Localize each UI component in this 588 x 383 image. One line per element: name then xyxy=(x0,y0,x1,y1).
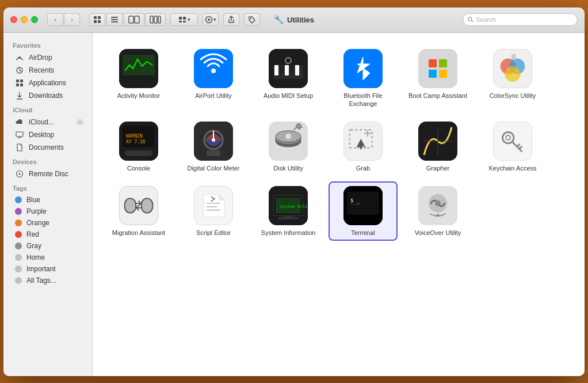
sidebar-item-downloads[interactable]: Downloads xyxy=(6,89,90,102)
app-keychain-access[interactable]: Keychain Access xyxy=(478,117,547,176)
script-editor-label: Script Editor xyxy=(196,229,231,237)
svg-rect-42 xyxy=(274,65,278,75)
list-view-button[interactable] xyxy=(106,13,123,26)
sidebar-item-blue[interactable]: Blue xyxy=(6,194,90,206)
svg-point-108 xyxy=(437,214,439,216)
svg-rect-4 xyxy=(111,17,118,18)
app-digital-color-meter[interactable]: Digital Color Meter xyxy=(179,117,248,176)
app-migration-assistant[interactable]: Migration Assistant xyxy=(104,181,173,240)
sidebar-item-label: Recents xyxy=(29,66,54,74)
svg-rect-14 xyxy=(179,21,182,22)
app-grab[interactable]: Grab xyxy=(329,117,398,176)
maximize-button[interactable] xyxy=(31,16,38,23)
search-bar[interactable]: Search xyxy=(463,13,578,26)
sidebar-item-gray[interactable]: Gray xyxy=(6,240,90,252)
app-voiceover-utility[interactable]: VoiceOver Utility xyxy=(403,181,472,240)
sidebar-item-label: All Tags... xyxy=(26,276,56,285)
svg-rect-50 xyxy=(429,59,437,67)
app-disk-utility[interactable]: Disk Utility xyxy=(254,117,323,176)
sidebar-item-documents[interactable]: Documents xyxy=(6,141,90,154)
svg-rect-25 xyxy=(16,84,19,86)
action-button[interactable]: ▾ xyxy=(203,13,219,26)
svg-rect-9 xyxy=(150,16,153,23)
app-airport-utility[interactable]: AirPort Utility xyxy=(179,44,248,112)
sidebar-item-label: Red xyxy=(26,230,39,238)
digital-color-meter-label: Digital Color Meter xyxy=(187,164,239,172)
forward-button[interactable]: › xyxy=(64,13,80,26)
bluetooth-icon xyxy=(343,49,383,88)
svg-rect-68 xyxy=(207,150,220,156)
sidebar-item-label: Documents xyxy=(29,143,64,151)
search-placeholder: Search xyxy=(476,16,496,23)
sidebar-item-airdrop[interactable]: AirDrop xyxy=(6,51,90,64)
activity-monitor-label: Activity Monitor xyxy=(117,92,161,100)
sidebar-item-orange[interactable]: Orange xyxy=(6,217,90,229)
svg-rect-2 xyxy=(94,20,97,23)
window-title: 🔧 Utilities xyxy=(274,15,314,24)
svg-rect-24 xyxy=(20,79,23,82)
svg-rect-31 xyxy=(16,132,23,136)
svg-rect-75 xyxy=(344,122,382,160)
home-tag-dot xyxy=(15,254,22,261)
share-button[interactable] xyxy=(223,13,239,26)
app-audio-midi-setup[interactable]: Audio MIDI Setup xyxy=(254,44,323,112)
svg-rect-49 xyxy=(418,49,457,88)
sidebar-item-label: Home xyxy=(26,253,45,261)
arrange-button[interactable]: ▾ xyxy=(170,13,198,26)
blue-tag-dot xyxy=(15,196,22,203)
svg-rect-8 xyxy=(135,16,139,23)
view-controls xyxy=(89,13,166,26)
svg-rect-15 xyxy=(183,21,186,22)
sidebar-item-recents[interactable]: Recents xyxy=(6,64,90,77)
svg-rect-100 xyxy=(282,216,294,217)
minimize-button[interactable] xyxy=(21,16,28,23)
desktop-icon xyxy=(15,130,24,139)
app-console[interactable]: WARNIN AY 7:36 Console xyxy=(104,117,173,176)
finder-window: ‹ › xyxy=(3,7,585,376)
svg-rect-99 xyxy=(278,217,299,219)
sidebar-item-applications[interactable]: Applications xyxy=(6,77,90,89)
column-view-button[interactable] xyxy=(124,13,144,26)
sidebar-item-all-tags[interactable]: All Tags... xyxy=(6,275,90,286)
app-bluetooth-file-exchange[interactable]: Bluetooth File Exchange xyxy=(329,44,398,112)
app-terminal[interactable]: $ _ Terminal xyxy=(329,181,398,240)
boot-camp-icon xyxy=(418,49,457,88)
colorsync-label: ColorSync Utility xyxy=(490,92,536,100)
icon-view-button[interactable] xyxy=(89,13,105,26)
app-boot-camp-assistant[interactable]: Boot Camp Assistant xyxy=(403,44,472,112)
svg-rect-52 xyxy=(429,70,437,78)
sidebar-item-purple[interactable]: Purple xyxy=(6,206,90,217)
app-activity-monitor[interactable]: Activity Monitor xyxy=(104,44,173,112)
sidebar-item-icloud[interactable]: iCloud... xyxy=(6,116,90,128)
all-tags-dot xyxy=(15,277,22,284)
sidebar-item-remote-disc[interactable]: Remote Disc xyxy=(6,168,90,180)
sidebar-item-label: Orange xyxy=(26,219,49,227)
icons-grid: Activity Monitor AirPort Utility xyxy=(104,44,573,241)
app-colorsync-utility[interactable]: ColorSync Utility xyxy=(478,44,547,112)
favorites-section-title: Favorites xyxy=(3,37,92,51)
app-system-information[interactable]: System Info System Information xyxy=(254,181,323,240)
svg-rect-12 xyxy=(179,17,182,20)
back-button[interactable]: ‹ xyxy=(47,13,63,26)
console-label: Console xyxy=(127,164,150,172)
svg-rect-6 xyxy=(111,21,118,22)
tag-button[interactable] xyxy=(244,13,260,26)
close-button[interactable] xyxy=(10,16,17,23)
svg-rect-53 xyxy=(439,70,447,78)
app-grapher[interactable]: Grapher xyxy=(403,117,472,176)
sidebar-item-desktop[interactable]: Desktop xyxy=(6,128,90,141)
sidebar-item-important[interactable]: Important xyxy=(6,263,90,275)
app-script-editor[interactable]: Script Editor xyxy=(179,181,248,240)
grab-label: Grab xyxy=(356,164,370,172)
nav-buttons: ‹ › xyxy=(47,13,80,26)
gallery-view-button[interactable] xyxy=(145,13,166,26)
script-editor-icon xyxy=(194,186,233,225)
icloud-icon xyxy=(15,117,24,127)
svg-rect-10 xyxy=(154,16,157,23)
sidebar-item-home[interactable]: Home xyxy=(6,252,90,263)
traffic-lights xyxy=(10,16,38,23)
tags-section-title: Tags xyxy=(3,180,92,194)
svg-rect-63 xyxy=(125,150,152,156)
sidebar-item-red[interactable]: Red xyxy=(6,229,90,240)
voiceover-label: VoiceOver Utility xyxy=(415,229,461,237)
